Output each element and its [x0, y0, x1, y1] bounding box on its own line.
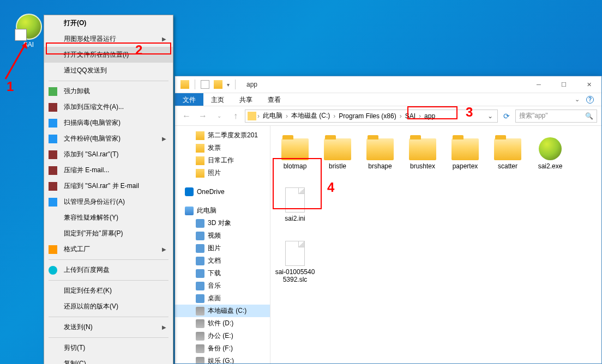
drive-icon: [196, 307, 204, 316]
menu-pin-taskbar[interactable]: 固定到任务栏(K): [44, 283, 173, 299]
folder-icon: [196, 131, 204, 140]
nav-downloads[interactable]: 下载: [175, 267, 270, 280]
search-icon[interactable]: 🔍: [585, 112, 593, 120]
menu-compat[interactable]: 兼容性疑难解答(Y): [44, 210, 173, 226]
menu-send-to[interactable]: 发送到(N)▶: [44, 319, 173, 335]
menu-upload-baidu[interactable]: 上传到百度网盘: [44, 262, 173, 278]
expand-ribbon-icon[interactable]: ⌄: [575, 96, 580, 103]
back-button[interactable]: ←: [179, 109, 194, 123]
tab-home[interactable]: 主页: [203, 93, 232, 106]
navigation-pane[interactable]: 第二季度发票201 发票 日常工作 照片 OneDrive 此电脑 3D 对象 …: [175, 126, 270, 363]
nav-daily-work[interactable]: 日常工作: [175, 154, 270, 167]
archive-icon: [49, 150, 57, 159]
search-input[interactable]: 搜索"app" 🔍: [515, 110, 597, 123]
nav-thispc[interactable]: 此电脑: [175, 204, 270, 217]
sai-lime-icon: [16, 14, 42, 40]
folder-icon: [494, 138, 521, 160]
menu-copy[interactable]: 复制(C): [44, 356, 173, 364]
drive-icon: [196, 332, 204, 341]
menu-cut[interactable]: 剪切(T): [44, 340, 173, 356]
breadcrumb-dropdown[interactable]: ⌄: [483, 112, 497, 120]
folder-icon: [281, 138, 309, 160]
nav-photos[interactable]: 照片: [175, 167, 270, 179]
menu-gpu-run[interactable]: 用图形处理器运行▶: [44, 31, 173, 47]
nav-onedrive[interactable]: OneDrive: [175, 186, 270, 198]
file-bristle[interactable]: bristle: [317, 134, 358, 183]
chevron-right-icon: ▶: [162, 136, 166, 142]
menu-open-location[interactable]: 打开文件所在的位置(I): [44, 47, 173, 63]
content-pane[interactable]: blotmap bristle brshape brushtex paperte…: [270, 126, 601, 363]
file-blotmap[interactable]: blotmap: [275, 134, 315, 183]
file-icon: [285, 241, 305, 266]
menu-file-shred[interactable]: 文件粉碎(电脑管家)▶: [44, 131, 173, 147]
tab-view[interactable]: 查看: [260, 93, 288, 106]
nav-q2-invoice[interactable]: 第二季度发票201: [175, 129, 270, 142]
menu-add-sai-rar[interactable]: 添加到 "SAI.rar"(T): [44, 147, 173, 162]
format-factory-icon: [49, 245, 57, 254]
menu-qq-send[interactable]: 通过QQ发送到: [44, 63, 173, 78]
bc-sai[interactable]: SAI: [403, 112, 418, 120]
menu-compress-email[interactable]: 压缩并 E-mail...: [44, 162, 173, 178]
nav-row: ← → ⌄ ↑ › 此电脑› 本地磁盘 (C:)› Program Files …: [175, 106, 601, 126]
file-sai2ini[interactable]: sai2.ini: [275, 185, 315, 234]
nav-software-d[interactable]: 软件 (D:): [175, 317, 270, 330]
menu-open[interactable]: 打开(O): [44, 15, 173, 31]
menu-run-admin[interactable]: 以管理员身份运行(A): [44, 194, 173, 210]
search-placeholder: 搜索"app": [519, 111, 548, 120]
maximize-button[interactable]: ☐: [551, 76, 576, 93]
explorer-window: ▾ app ─ ☐ ✕ 文件 主页 共享 查看 ⌄ ? ← → ⌄ ↑ › 此电…: [174, 76, 602, 364]
help-icon[interactable]: ?: [586, 96, 594, 104]
file-brshape[interactable]: brshape: [360, 134, 400, 183]
music-icon: [196, 282, 204, 290]
folder-icon: [324, 138, 351, 160]
picture-icon: [196, 244, 204, 253]
scan-icon: [49, 119, 57, 128]
bc-app[interactable]: app: [422, 112, 437, 120]
bc-thispc[interactable]: 此电脑: [261, 111, 285, 120]
nav-ent-g[interactable]: 娱乐 (G:): [175, 355, 270, 363]
tab-share[interactable]: 共享: [232, 93, 260, 106]
nav-backup-f[interactable]: 备份 (F:): [175, 342, 270, 355]
file-papertex[interactable]: papertex: [445, 134, 485, 183]
nav-music[interactable]: 音乐: [175, 280, 270, 292]
download-icon: [196, 269, 204, 278]
menu-format-factory[interactable]: 格式工厂▶: [44, 241, 173, 257]
nav-invoice[interactable]: 发票: [175, 142, 270, 154]
archive-icon: [49, 103, 57, 112]
history-dropdown[interactable]: ⌄: [212, 109, 226, 123]
nav-documents[interactable]: 文档: [175, 254, 270, 267]
folder-icon: [196, 144, 204, 153]
file-scatter[interactable]: scatter: [487, 134, 528, 183]
refresh-button[interactable]: ⟳: [500, 110, 513, 123]
close-button[interactable]: ✕: [576, 76, 601, 93]
file-brushtex[interactable]: brushtex: [402, 134, 443, 183]
nav-localc[interactable]: 本地磁盘 (C:): [175, 305, 270, 317]
bc-localdisk[interactable]: 本地磁盘 (C:): [289, 111, 332, 120]
nav-office-e[interactable]: 办公 (E:): [175, 330, 270, 342]
tab-file[interactable]: 文件: [175, 93, 203, 106]
nav-3d-objects[interactable]: 3D 对象: [175, 217, 270, 229]
baidu-icon: [49, 266, 57, 275]
nav-pictures[interactable]: 图片: [175, 242, 270, 254]
menu-compress-sai-email[interactable]: 压缩到 "SAI.rar" 并 E-mail: [44, 178, 173, 194]
nav-videos[interactable]: 视频: [175, 229, 270, 242]
file-slc[interactable]: sai-010055405392.slc: [275, 239, 315, 288]
folder-icon: [180, 80, 189, 89]
titlebar[interactable]: ▾ app ─ ☐ ✕: [175, 76, 601, 93]
folder-icon: [196, 169, 204, 178]
breadcrumb[interactable]: › 此电脑› 本地磁盘 (C:)› Program Files (x86)› S…: [245, 110, 498, 123]
up-button[interactable]: ↑: [228, 109, 243, 123]
menu-force-uninstall[interactable]: 强力卸载: [44, 83, 173, 99]
folder-icon: [196, 156, 204, 165]
menu-restore-prev[interactable]: 还原以前的版本(V): [44, 299, 173, 314]
menu-add-archive[interactable]: 添加到压缩文件(A)...: [44, 99, 173, 115]
nav-desktop[interactable]: 桌面: [175, 292, 270, 305]
chevron-right-icon: ▶: [162, 324, 166, 330]
bc-programfiles[interactable]: Program Files (x86): [336, 112, 398, 120]
file-sai2exe[interactable]: sai2.exe: [530, 134, 570, 183]
menu-pin-start[interactable]: 固定到"开始"屏幕(P): [44, 226, 173, 241]
menu-scan-virus[interactable]: 扫描病毒(电脑管家): [44, 115, 173, 131]
minimize-button[interactable]: ─: [526, 76, 551, 93]
svg-line-0: [5, 43, 26, 79]
properties-icon[interactable]: [201, 80, 209, 89]
